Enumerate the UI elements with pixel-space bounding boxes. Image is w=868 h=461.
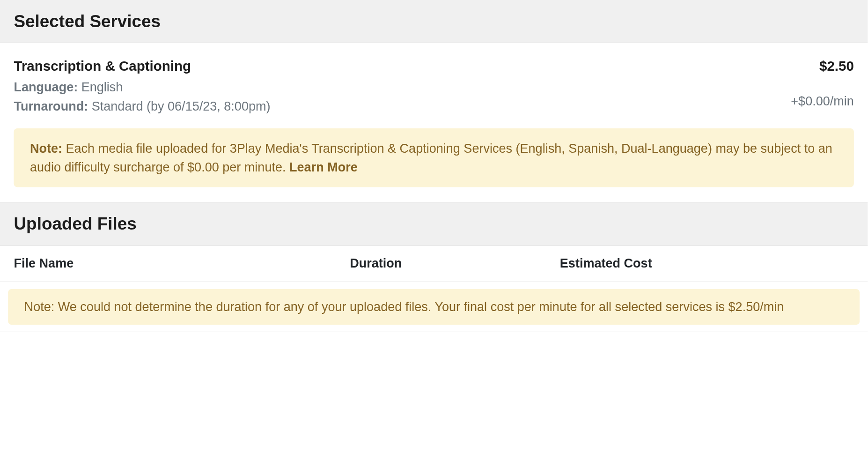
duration-note: Note: We could not determine the duratio… xyxy=(8,289,860,325)
surcharge-note-body: Each media file uploaded for 3Play Media… xyxy=(30,141,832,174)
surcharge-note: Note: Each media file uploaded for 3Play… xyxy=(14,128,853,187)
service-name: Transcription & Captioning xyxy=(14,58,791,74)
files-table-header: File Name Duration Estimated Cost xyxy=(0,246,868,282)
service-turnaround-value: Standard (by 06/15/23, 8:00pm) xyxy=(92,99,271,113)
uploaded-files-title: Uploaded Files xyxy=(14,214,853,234)
service-language-value: English xyxy=(81,80,123,95)
uploaded-files-header: Uploaded Files xyxy=(0,203,868,246)
learn-more-link[interactable]: Learn More xyxy=(289,160,358,175)
duration-note-row: Note: We could not determine the duratio… xyxy=(0,282,868,332)
col-header-duration: Duration xyxy=(350,256,560,271)
service-details-panel: Transcription & Captioning Language: Eng… xyxy=(0,43,868,202)
service-per-min: +$0.00/min xyxy=(791,94,854,109)
surcharge-note-prefix: Note: xyxy=(30,141,62,156)
service-turnaround: Turnaround: Standard (by 06/15/23, 8:00p… xyxy=(14,97,791,116)
selected-services-header: Selected Services xyxy=(0,0,868,43)
col-header-cost: Estimated Cost xyxy=(560,256,854,271)
col-header-filename: File Name xyxy=(14,256,350,271)
selected-services-title: Selected Services xyxy=(14,12,853,31)
table-row: www.videolink.com N/A i xyxy=(0,332,868,344)
service-price: $2.50 xyxy=(791,58,854,74)
service-language-label: Language: xyxy=(14,80,78,95)
service-turnaround-label: Turnaround: xyxy=(14,99,88,113)
service-language: Language: English xyxy=(14,78,791,97)
